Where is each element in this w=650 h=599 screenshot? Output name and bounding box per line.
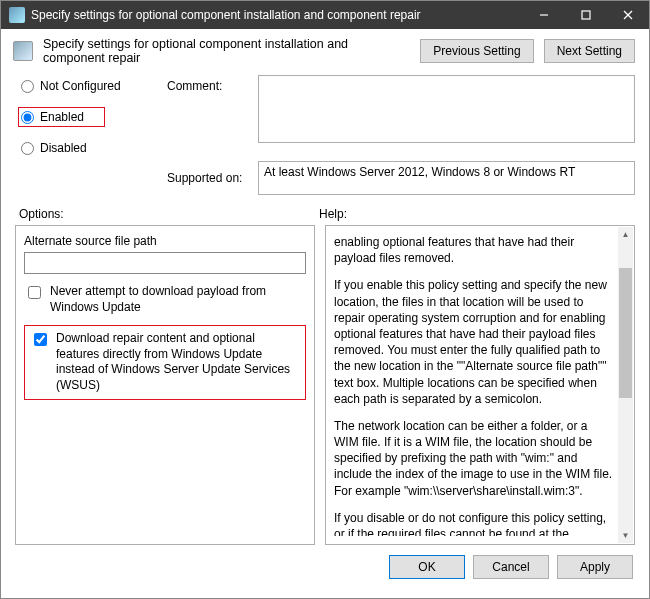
close-button[interactable]: [607, 1, 649, 29]
radio-enabled-input[interactable]: [21, 111, 34, 124]
radio-label: Disabled: [40, 141, 87, 155]
supported-on-box: [258, 161, 635, 195]
help-paragraph: If you disable or do not configure this …: [334, 510, 614, 536]
radio-not-configured[interactable]: Not Configured: [21, 79, 161, 93]
comment-label: Comment:: [167, 75, 252, 93]
supported-on-label: Supported on:: [167, 171, 252, 185]
radio-not-configured-input[interactable]: [21, 80, 34, 93]
radio-label: Enabled: [40, 110, 84, 124]
download-repair-checkbox[interactable]: [34, 333, 47, 346]
minimize-button[interactable]: [523, 1, 565, 29]
scroll-down-icon[interactable]: ▼: [618, 528, 633, 543]
help-panel: enabling optional features that have had…: [325, 225, 635, 545]
header: Specify settings for optional component …: [1, 29, 649, 75]
help-paragraph: enabling optional features that have had…: [334, 234, 614, 266]
previous-setting-button[interactable]: Previous Setting: [420, 39, 533, 63]
next-setting-button[interactable]: Next Setting: [544, 39, 635, 63]
comment-textarea[interactable]: [258, 75, 635, 143]
scroll-thumb[interactable]: [619, 268, 632, 398]
download-repair-row[interactable]: Download repair content and optional fea…: [30, 331, 300, 393]
apply-button[interactable]: Apply: [557, 555, 633, 579]
titlebar: Specify settings for optional component …: [1, 1, 649, 29]
never-download-checkbox[interactable]: [28, 286, 41, 299]
never-download-label: Never attempt to download payload from W…: [50, 284, 306, 315]
radio-enabled[interactable]: Enabled: [21, 110, 84, 124]
radio-label: Not Configured: [40, 79, 121, 93]
page-title: Specify settings for optional component …: [43, 37, 393, 65]
alternate-path-label: Alternate source file path: [24, 234, 306, 248]
help-paragraph: If you enable this policy setting and sp…: [334, 277, 614, 407]
options-label: Options:: [19, 207, 319, 221]
options-panel: Alternate source file path Never attempt…: [15, 225, 315, 545]
maximize-button[interactable]: [565, 1, 607, 29]
help-paragraph: The network location can be either a fol…: [334, 418, 614, 499]
radio-disabled[interactable]: Disabled: [21, 141, 161, 155]
scrollbar[interactable]: ▲ ▼: [618, 227, 633, 543]
svg-rect-1: [582, 11, 590, 19]
scroll-up-icon[interactable]: ▲: [618, 227, 633, 242]
alternate-path-input[interactable]: [24, 252, 306, 274]
help-label: Help:: [319, 207, 347, 221]
policy-icon: [13, 41, 33, 61]
help-content: enabling optional features that have had…: [334, 234, 630, 536]
app-icon: [9, 7, 25, 23]
radio-disabled-input[interactable]: [21, 142, 34, 155]
never-download-row[interactable]: Never attempt to download payload from W…: [24, 284, 306, 315]
download-repair-label: Download repair content and optional fea…: [56, 331, 300, 393]
cancel-button[interactable]: Cancel: [473, 555, 549, 579]
window-title: Specify settings for optional component …: [31, 8, 421, 22]
ok-button[interactable]: OK: [389, 555, 465, 579]
